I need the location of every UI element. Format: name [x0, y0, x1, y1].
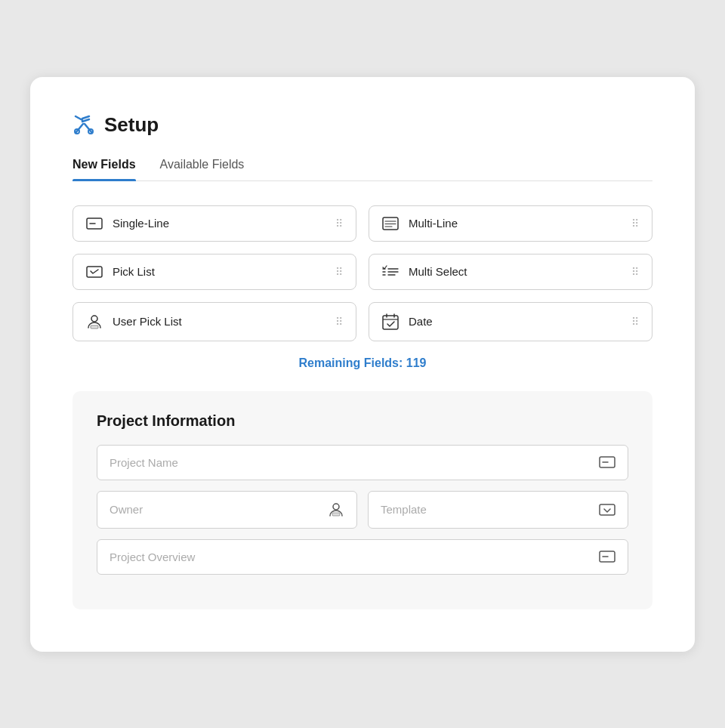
svg-point-20: [91, 316, 97, 322]
drag-handle-single-line: ⠿: [335, 217, 344, 230]
date-icon: [381, 313, 400, 330]
page-title: Setup: [104, 113, 159, 137]
project-overview-input[interactable]: Project Overview: [97, 539, 628, 575]
project-name-icon: [599, 456, 615, 468]
template-icon: [599, 504, 615, 516]
tabs-container: New Fields Available Fields: [72, 158, 652, 181]
field-label-date: Date: [409, 315, 433, 328]
project-name-placeholder: Project Name: [110, 456, 599, 469]
field-btn-pick-list[interactable]: Pick List ⠿: [72, 254, 356, 290]
project-overview-placeholder: Project Overview: [110, 551, 599, 563]
project-section: Project Information Project Name Owner: [72, 391, 652, 609]
drag-handle-multi-select: ⠿: [631, 266, 640, 278]
svg-rect-29: [332, 513, 340, 516]
multi-select-icon: [381, 265, 400, 279]
page-header: Setup: [72, 113, 652, 137]
svg-rect-22: [383, 316, 398, 329]
setup-card: Setup New Fields Available Fields Single…: [30, 77, 695, 652]
project-overview-icon: [599, 551, 615, 563]
svg-line-6: [76, 116, 82, 120]
drag-handle-pick-list: ⠿: [335, 266, 344, 278]
template-input[interactable]: Template: [368, 491, 628, 529]
field-btn-multi-line[interactable]: Multi-Line ⠿: [369, 205, 652, 242]
section-title: Project Information: [97, 412, 628, 430]
form-row-owner-template: Owner Template: [97, 491, 628, 529]
drag-handle-multi-line: ⠿: [631, 217, 640, 230]
pick-list-icon: [85, 266, 103, 278]
field-btn-date[interactable]: Date ⠿: [369, 302, 652, 341]
field-label-multi-select: Multi Select: [409, 265, 467, 278]
field-btn-multi-select[interactable]: Multi Select ⠿: [369, 254, 652, 290]
svg-rect-21: [91, 325, 98, 329]
form-row-project-overview: Project Overview: [97, 539, 628, 575]
user-pick-list-icon: [85, 314, 103, 329]
field-btn-single-line[interactable]: Single-Line ⠿: [72, 205, 356, 242]
owner-icon: [328, 502, 344, 517]
project-name-input[interactable]: Project Name: [97, 445, 628, 480]
owner-placeholder: Owner: [110, 503, 328, 516]
svg-line-4: [82, 116, 89, 119]
field-label-user-pick-list: User Pick List: [113, 315, 182, 328]
tools-icon: [72, 113, 95, 136]
tab-new-fields[interactable]: New Fields: [72, 158, 136, 180]
svg-rect-30: [600, 504, 615, 515]
form-row-project-name: Project Name: [97, 445, 628, 480]
svg-point-28: [333, 504, 339, 510]
field-label-multi-line: Multi-Line: [409, 217, 458, 230]
drag-handle-user-pick-list: ⠿: [335, 316, 344, 328]
fields-grid: Single-Line ⠿ Multi-Line ⠿: [72, 205, 652, 341]
drag-handle-date: ⠿: [631, 316, 640, 328]
field-label-pick-list: Pick List: [113, 265, 155, 278]
field-label-single-line: Single-Line: [113, 217, 169, 230]
field-btn-user-pick-list[interactable]: User Pick List ⠿: [72, 302, 356, 341]
owner-input[interactable]: Owner: [97, 491, 357, 529]
tab-available-fields[interactable]: Available Fields: [160, 158, 245, 180]
remaining-fields: Remaining Fields: 119: [72, 356, 652, 370]
svg-line-5: [82, 119, 89, 122]
template-placeholder: Template: [381, 503, 599, 516]
single-line-icon: [85, 217, 103, 230]
multi-line-icon: [381, 217, 400, 230]
